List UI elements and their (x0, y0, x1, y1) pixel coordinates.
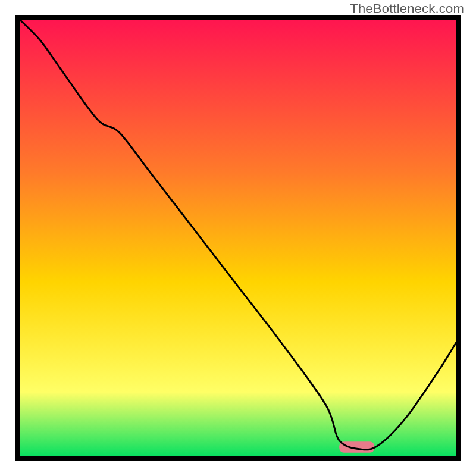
optimum-marker (339, 441, 374, 453)
plot-area (18, 18, 458, 458)
chart-container: { "watermark": "TheBottleneck.com", "cha… (0, 0, 476, 476)
bottleneck-chart (0, 0, 476, 476)
watermark-text: TheBottleneck.com (350, 1, 464, 17)
gradient-background (18, 18, 458, 458)
